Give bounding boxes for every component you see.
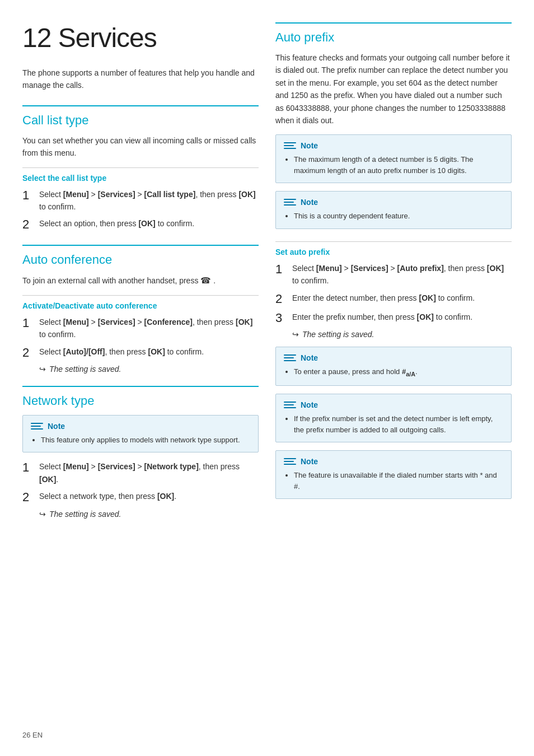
note-icon-sap3 (284, 353, 296, 363)
note-content-sap3: To enter a pause, press and hold #a/A. (284, 366, 503, 379)
note-header-ap2: Note (284, 197, 503, 207)
section-divider-auto-conference (22, 245, 259, 246)
set-auto-prefix-step-3: 3 Enter the prefix number, then press [O… (275, 311, 512, 325)
network-type-section: Network type Note This feature only appl… (22, 386, 259, 519)
note-item-sap5-1: The feature is unavailable if the dialed… (294, 470, 503, 492)
auto-conference-intro: To join an external call with another ha… (22, 274, 259, 287)
auto-prefix-note-1: Note The maximum length of a detect numb… (275, 134, 512, 183)
subsection-divider-select-call-list (22, 167, 259, 168)
note-header-sap5: Note (284, 456, 503, 466)
note-icon-ap1 (284, 141, 296, 151)
auto-conference-step-1: 1 Select [Menu] > [Services] > [Conferen… (22, 316, 259, 341)
network-type-result: ↪ The setting is saved. (39, 510, 259, 519)
section-divider-auto-prefix (275, 22, 512, 24)
note-item-ap1-1: The maximum length of a detect number is… (294, 154, 503, 176)
note-header-sap3: Note (284, 353, 503, 363)
auto-prefix-intro: This feature checks and formats your out… (275, 52, 512, 127)
auto-conference-section: Auto conference To join an external call… (22, 245, 259, 374)
set-auto-prefix-result: ↪ The setting is saved. (292, 330, 512, 339)
phone-icon: ☎ (200, 276, 211, 285)
note-item-ap2-1: This is a country dependent feature. (294, 211, 503, 222)
result-arrow-ac: ↪ (39, 365, 46, 374)
note-icon-sap4 (284, 400, 296, 410)
step-text-ac2: Select [Auto]/[Off], then press [OK] to … (39, 346, 259, 358)
note-content-nt: This feature only applies to models with… (31, 435, 250, 446)
auto-conference-result: ↪ The setting is saved. (39, 365, 259, 374)
note-icon-sap5 (284, 456, 296, 466)
note-header-nt: Note (31, 421, 250, 431)
call-list-step-2: 2 Select an option, then press [OK] to c… (22, 217, 259, 232)
network-type-note: Note This feature only applies to models… (22, 415, 259, 453)
step-number-2: 2 (22, 217, 35, 232)
note-label-ap1: Note (301, 141, 318, 150)
step-number-sap1: 1 (275, 262, 288, 277)
step-number-ac1: 1 (22, 316, 35, 330)
network-type-step-1: 1 Select [Menu] > [Services] > [Network … (22, 460, 259, 486)
call-list-step-1: 1 Select [Menu] > [Services] > [Call lis… (22, 188, 259, 213)
note-label-sap3: Note (301, 353, 318, 362)
result-arrow-sap: ↪ (292, 330, 299, 339)
note-label-nt: Note (48, 422, 65, 431)
call-list-type-intro: You can set whether you can view all inc… (22, 134, 259, 160)
right-column: Auto prefix This feature checks and form… (275, 22, 512, 734)
select-call-list-subtitle: Select the call list type (22, 174, 259, 183)
note-item-sap4-1: If the prefix number is set and the dete… (294, 413, 503, 435)
result-arrow-nt: ↪ (39, 510, 46, 519)
set-auto-prefix-note-3: Note To enter a pause, press and hold #a… (275, 347, 512, 386)
note-label-sap5: Note (301, 457, 318, 466)
step-number-1: 1 (22, 188, 35, 203)
set-auto-prefix-note-5: Note The feature is unavailable if the d… (275, 450, 512, 499)
set-auto-prefix-note-4: Note If the prefix number is set and the… (275, 394, 512, 442)
activate-deactivate-subtitle: Activate/Deactivate auto conference (22, 301, 259, 310)
auto-conference-title: Auto conference (22, 253, 259, 267)
step-text-2: Select an option, then press [OK] to con… (39, 217, 259, 230)
subsection-divider-set-auto-prefix (275, 241, 512, 242)
step-text-sap2: Enter the detect number, then press [OK]… (292, 292, 512, 304)
section-divider-call-list (22, 105, 259, 106)
step-text-ac1: Select [Menu] > [Services] > [Conference… (39, 316, 259, 341)
auto-conference-step-2: 2 Select [Auto]/[Off], then press [OK] t… (22, 346, 259, 360)
result-text-sap: The setting is saved. (302, 330, 374, 339)
set-auto-prefix-subtitle: Set auto prefix (275, 248, 512, 256)
subsection-divider-auto-conference (22, 295, 259, 296)
step-text-nt2: Select a network type, then press [OK]. (39, 490, 259, 502)
note-header-ap1: Note (284, 141, 503, 151)
step-number-sap3: 3 (275, 311, 288, 325)
chapter-intro: The phone supports a number of features … (22, 67, 259, 92)
result-text-ac: The setting is saved. (49, 365, 121, 374)
step-text-1: Select [Menu] > [Services] > [Call list … (39, 188, 259, 213)
network-type-steps: 1 Select [Menu] > [Services] > [Network … (22, 460, 259, 518)
step-text-sap3: Enter the prefix number, then press [OK]… (292, 311, 512, 323)
section-divider-network-type (22, 386, 259, 387)
set-auto-prefix-step-2: 2 Enter the detect number, then press [O… (275, 292, 512, 306)
note-icon-nt (31, 421, 43, 431)
auto-conference-steps: 1 Select [Menu] > [Services] > [Conferen… (22, 316, 259, 374)
call-list-steps: 1 Select [Menu] > [Services] > [Call lis… (22, 188, 259, 232)
network-type-step-2: 2 Select a network type, then press [OK]… (22, 490, 259, 505)
network-type-title: Network type (22, 394, 259, 408)
set-auto-prefix-step-1: 1 Select [Menu] > [Services] > [Auto pre… (275, 262, 512, 287)
note-content-ap1: The maximum length of a detect number is… (284, 154, 503, 176)
step-number-nt1: 1 (22, 460, 35, 475)
set-auto-prefix-section: Set auto prefix 1 Select [Menu] > [Servi… (275, 241, 512, 499)
auto-prefix-title: Auto prefix (275, 30, 512, 45)
set-auto-prefix-steps: 1 Select [Menu] > [Services] > [Auto pre… (275, 262, 512, 339)
note-content-ap2: This is a country dependent feature. (284, 211, 503, 222)
chapter-title: 12 Services (22, 22, 259, 53)
left-column: 12 Services The phone supports a number … (22, 22, 259, 734)
step-number-nt2: 2 (22, 490, 35, 505)
step-text-nt1: Select [Menu] > [Services] > [Network ty… (39, 460, 259, 486)
step-text-sap1: Select [Menu] > [Services] > [Auto prefi… (292, 262, 512, 287)
note-item-sap3-1: To enter a pause, press and hold #a/A. (294, 366, 503, 379)
note-label-sap4: Note (301, 400, 318, 409)
auto-prefix-note-2: Note This is a country dependent feature… (275, 191, 512, 229)
call-list-type-section: Call list type You can set whether you c… (22, 105, 259, 232)
step-number-ac2: 2 (22, 346, 35, 360)
note-header-sap4: Note (284, 400, 503, 410)
note-item-nt-1: This feature only applies to models with… (41, 435, 250, 446)
note-content-sap5: The feature is unavailable if the dialed… (284, 470, 503, 492)
note-content-sap4: If the prefix number is set and the dete… (284, 413, 503, 435)
result-text-nt: The setting is saved. (49, 510, 121, 519)
auto-prefix-section: Auto prefix This feature checks and form… (275, 22, 512, 229)
page-container: 12 Services The phone supports a number … (0, 0, 534, 756)
